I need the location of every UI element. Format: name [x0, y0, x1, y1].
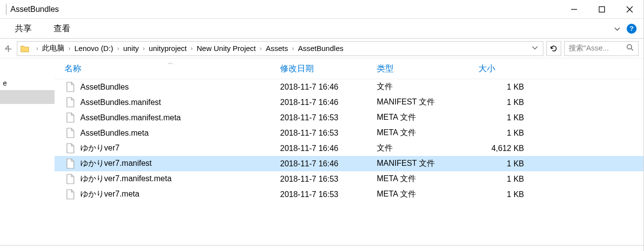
file-list-area: ︿ 名称 修改日期 类型 大小 AssetBundles2018-11-7 16… — [55, 58, 644, 245]
ribbon-tabs: 共享 查看 ? — [0, 19, 644, 39]
column-header-size[interactable]: 大小 — [478, 63, 538, 74]
file-size: 1 KB — [478, 129, 538, 138]
search-input[interactable]: 搜索"Asse... — [564, 41, 639, 56]
chevron-right-icon[interactable]: › — [64, 45, 74, 52]
breadcrumb-assetbundles[interactable]: AssetBundles — [298, 44, 344, 52]
close-button[interactable] — [616, 0, 644, 18]
file-type: MANIFEST 文件 — [377, 97, 478, 107]
file-size: 1 KB — [478, 159, 538, 168]
breadcrumb-this-pc[interactable]: 此电脑 — [42, 44, 64, 53]
svg-point-5 — [627, 45, 632, 49]
column-header: ︿ 名称 修改日期 类型 大小 — [55, 58, 644, 79]
chevron-right-icon[interactable]: › — [288, 45, 298, 52]
file-icon — [65, 158, 75, 169]
file-type: 文件 — [377, 143, 478, 153]
chevron-right-icon[interactable]: › — [32, 45, 42, 52]
file-date: 2018-11-7 16:53 — [280, 113, 377, 122]
file-date: 2018-11-7 16:46 — [280, 98, 377, 107]
address-row: › 此电脑 › Lenovo (D:) › unity › unityproje… — [0, 39, 644, 58]
address-bar[interactable]: › 此电脑 › Lenovo (D:) › unity › unityproje… — [17, 41, 543, 56]
file-date: 2018-11-7 16:46 — [280, 83, 377, 92]
breadcrumb-assets[interactable]: Assets — [266, 44, 288, 52]
file-icon — [65, 128, 75, 139]
file-size: 1 KB — [478, 98, 538, 107]
file-row[interactable]: AssetBundles2018-11-7 16:46文件1 KB — [55, 79, 644, 95]
file-type: MANIFEST 文件 — [377, 158, 478, 169]
file-size: 1 KB — [478, 190, 538, 199]
file-icon — [65, 189, 75, 200]
file-icon — [65, 97, 75, 108]
file-icon — [65, 82, 75, 93]
file-name: AssetBundles — [80, 83, 129, 92]
chevron-right-icon[interactable]: › — [139, 45, 149, 52]
file-icon — [65, 143, 75, 154]
file-row[interactable]: ゆかりver7.manifest.meta2018-11-7 16:53META… — [55, 171, 644, 187]
file-name: AssetBundles.meta — [80, 129, 149, 138]
file-icon — [65, 174, 75, 185]
file-row[interactable]: AssetBundles.manifest2018-11-7 16:46MANI… — [55, 95, 644, 110]
file-name: AssetBundles.manifest.meta — [80, 113, 181, 122]
search-placeholder: 搜索"Asse... — [569, 44, 622, 53]
file-name: ゆかりver7.manifest — [80, 158, 152, 169]
ribbon-expand-icon[interactable] — [614, 25, 621, 32]
file-size: 1 KB — [478, 83, 538, 92]
file-date: 2018-11-7 16:53 — [280, 190, 377, 199]
breadcrumb-unity[interactable]: unity — [123, 44, 139, 52]
titlebar-separator — [6, 4, 6, 15]
file-size: 1 KB — [478, 175, 538, 184]
tab-view[interactable]: 查看 — [43, 23, 81, 34]
file-type: META 文件 — [377, 112, 478, 123]
help-button[interactable]: ? — [627, 24, 637, 34]
refresh-button[interactable] — [546, 41, 561, 56]
file-list[interactable]: AssetBundles2018-11-7 16:46文件1 KBAssetBu… — [55, 79, 644, 245]
nav-item[interactable] — [0, 62, 55, 76]
minimize-button[interactable] — [560, 0, 588, 18]
file-type: 文件 — [377, 82, 478, 92]
chevron-right-icon[interactable]: › — [113, 45, 123, 52]
file-date: 2018-11-7 16:46 — [280, 159, 377, 168]
file-name: AssetBundles.manifest — [80, 98, 161, 107]
file-name: ゆかりver7.manifest.meta — [80, 174, 172, 184]
titlebar: AssetBundles — [0, 0, 644, 19]
nav-item[interactable]: e — [0, 76, 55, 90]
address-dropdown-icon[interactable] — [532, 44, 538, 52]
file-date: 2018-11-7 16:53 — [280, 129, 377, 138]
breadcrumb-new-unity-project[interactable]: New Unity Project — [197, 44, 256, 52]
content-area: e ︿ 名称 修改日期 类型 大小 AssetBundles2018-11-7 … — [0, 58, 644, 245]
file-row[interactable]: ゆかりver7.manifest2018-11-7 16:46MANIFEST … — [55, 156, 644, 171]
file-row[interactable]: ゆかりver72018-11-7 16:46文件4,612 KB — [55, 141, 644, 156]
file-name: ゆかりver7.meta — [80, 189, 139, 200]
file-type: META 文件 — [377, 174, 478, 184]
nav-item[interactable] — [0, 90, 55, 104]
file-row[interactable]: ゆかりver7.meta2018-11-7 16:53META 文件1 KB — [55, 187, 644, 202]
file-row[interactable]: AssetBundles.meta2018-11-7 16:53META 文件1… — [55, 125, 644, 141]
chevron-right-icon[interactable]: › — [256, 45, 266, 52]
breadcrumb-drive[interactable]: Lenovo (D:) — [74, 44, 113, 52]
file-date: 2018-11-7 16:46 — [280, 144, 377, 153]
chevron-right-icon[interactable]: › — [187, 45, 197, 52]
navigation-pane[interactable]: e — [0, 58, 55, 245]
file-icon — [65, 112, 75, 123]
status-bar — [0, 245, 644, 251]
tab-share[interactable]: 共享 — [4, 23, 43, 34]
svg-rect-1 — [599, 6, 605, 12]
sort-indicator-icon: ︿ — [168, 58, 174, 67]
window-title: AssetBundles — [10, 5, 560, 14]
file-date: 2018-11-7 16:53 — [280, 175, 377, 184]
search-icon — [626, 44, 634, 53]
folder-icon — [20, 44, 29, 53]
file-size: 1 KB — [478, 113, 538, 122]
file-name: ゆかりver7 — [80, 143, 119, 153]
file-type: META 文件 — [377, 189, 478, 200]
svg-line-6 — [631, 49, 633, 50]
breadcrumb-unityproject[interactable]: unityproject — [149, 44, 187, 52]
file-row[interactable]: AssetBundles.manifest.meta2018-11-7 16:5… — [55, 110, 644, 125]
window-controls — [560, 0, 644, 18]
file-size: 4,612 KB — [478, 144, 538, 153]
file-type: META 文件 — [377, 128, 478, 138]
maximize-button[interactable] — [588, 0, 616, 18]
nav-up-button[interactable] — [3, 41, 14, 56]
column-header-date[interactable]: 修改日期 — [280, 63, 377, 74]
column-header-type[interactable]: 类型 — [377, 63, 478, 74]
